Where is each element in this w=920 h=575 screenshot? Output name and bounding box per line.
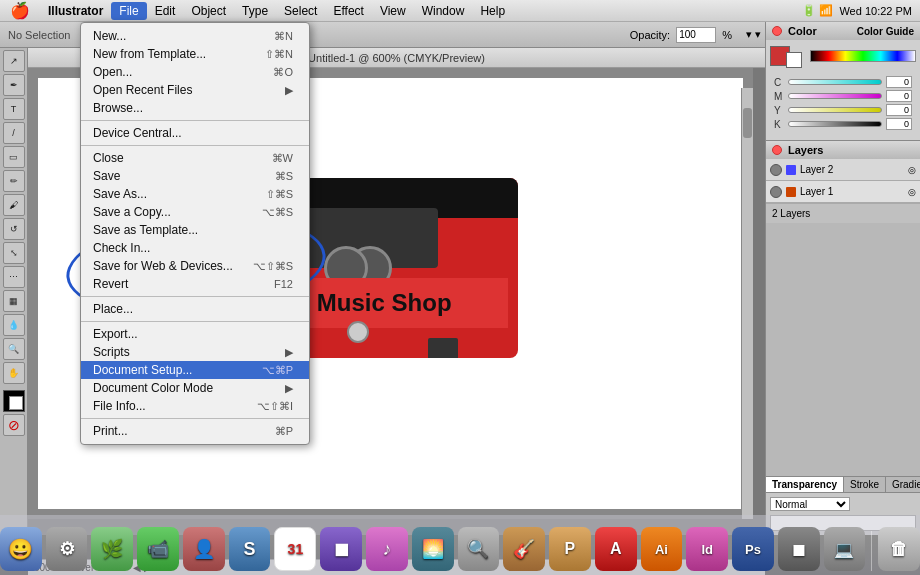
menu-open[interactable]: Open... ⌘O [81,63,309,81]
dock-dashboard[interactable]: ◼ [320,527,362,571]
dock-indesign[interactable]: Id [686,527,728,571]
menu-item-window[interactable]: Window [414,2,473,20]
layer-1-target[interactable]: ◎ [908,187,916,197]
menu-check-in[interactable]: Check In... [81,239,309,257]
menu-new[interactable]: New... ⌘N [81,27,309,45]
rotate-tool[interactable]: ↺ [3,218,25,240]
separator-4 [81,321,309,322]
dock-misc2[interactable]: 💻 [824,527,866,571]
rect-tool[interactable]: ▭ [3,146,25,168]
dock-trash[interactable]: 🗑 [878,527,920,571]
menu-item-file[interactable]: File [111,2,146,20]
transparency-mode-select[interactable]: Normal Multiply Screen [770,497,850,511]
canvas-scrollbar-thumb[interactable] [743,108,752,138]
cyan-input[interactable]: 0 [886,76,912,88]
dock-address-book[interactable]: 👤 [183,527,225,571]
dock-guitar[interactable]: 🎸 [503,527,545,571]
dock-misc1[interactable]: ◼ [778,527,820,571]
menu-save-web[interactable]: Save for Web & Devices... ⌥⇧⌘S [81,257,309,275]
menu-item-effect[interactable]: Effect [325,2,371,20]
dock-system-prefs[interactable]: ⚙ [46,527,88,571]
cyan-slider[interactable] [788,79,882,85]
menu-save-as[interactable]: Save As... ⇧⌘S [81,185,309,203]
magenta-slider[interactable] [788,93,882,99]
dock-photos2[interactable]: 🌅 [412,527,454,571]
zoom-tool[interactable]: 🔍 [3,338,25,360]
eyedropper-tool[interactable]: 💧 [3,314,25,336]
pencil-tool[interactable]: ✏ [3,170,25,192]
color-spectrum[interactable] [810,50,916,62]
layer-row-1[interactable]: Layer 1 ◎ [766,181,920,203]
menu-save-template[interactable]: Save as Template... [81,221,309,239]
gradient-tool[interactable]: ▦ [3,290,25,312]
dock-acrobat[interactable]: A [595,527,637,571]
tab-transparency[interactable]: Transparency [766,477,844,492]
dock-photoshop[interactable]: Ps [732,527,774,571]
dock-facetime[interactable]: 📹 [137,527,179,571]
none-color[interactable]: ⊘ [3,414,25,436]
dock-finder[interactable]: 😀 [0,527,42,571]
tab-gradient[interactable]: Gradient [886,477,920,492]
menu-open-recent[interactable]: Open Recent Files ▶ [81,81,309,99]
canvas-title: Untitled-1 @ 600% (CMYK/Preview) [308,52,485,64]
menu-item-help[interactable]: Help [472,2,513,20]
background-swatch[interactable] [786,52,802,68]
apple-menu[interactable]: 🍎 [0,1,40,20]
type-tool[interactable]: T [3,98,25,120]
line-tool[interactable]: / [3,122,25,144]
yellow-slider[interactable] [788,107,882,113]
dock-photos[interactable]: 🌿 [91,527,133,571]
layers-panel-header[interactable]: Layers [766,141,920,159]
menu-document-color-mode[interactable]: Document Color Mode ▶ [81,379,309,397]
canvas-scrollbar-right[interactable] [741,88,753,519]
menu-item-edit[interactable]: Edit [147,2,184,20]
tab-stroke[interactable]: Stroke [844,477,886,492]
layers-panel-close[interactable] [772,145,782,155]
menu-save[interactable]: Save ⌘S [81,167,309,185]
menu-browse[interactable]: Browse... [81,99,309,117]
menu-item-illustrator[interactable]: Illustrator [40,2,111,20]
direct-selection-tool[interactable]: ↗ [3,50,25,72]
menu-file-info[interactable]: File Info... ⌥⇧⌘I [81,397,309,415]
menu-close[interactable]: Close ⌘W [81,149,309,167]
stroke-color[interactable] [9,396,23,410]
layers-count: 2 Layers [766,203,920,223]
layer-2-eye[interactable] [770,164,782,176]
pen-tool[interactable]: ✒ [3,74,25,96]
color-panel-close[interactable] [772,26,782,36]
dock-spotlight[interactable]: 🔍 [458,527,500,571]
magenta-input[interactable]: 0 [886,90,912,102]
blend-tool[interactable]: ⋯ [3,266,25,288]
menu-document-setup[interactable]: Document Setup... ⌥⌘P [81,361,309,379]
dock-illustrator[interactable]: Ai [641,527,683,571]
key-slider[interactable] [788,121,882,127]
fill-color[interactable] [3,390,25,412]
color-guide-title[interactable]: Color Guide [857,26,914,37]
menu-scripts[interactable]: Scripts ▶ [81,343,309,361]
menu-place[interactable]: Place... [81,300,309,318]
menu-item-select[interactable]: Select [276,2,325,20]
brush-tool[interactable]: 🖌 [3,194,25,216]
opacity-input[interactable] [676,27,716,43]
menu-new-template[interactable]: New from Template... ⇧⌘N [81,45,309,63]
layer-row-2[interactable]: Layer 2 ◎ [766,159,920,181]
menu-print[interactable]: Print... ⌘P [81,422,309,440]
dock-safari[interactable]: S [229,527,271,571]
menu-device-central[interactable]: Device Central... [81,124,309,142]
hand-tool[interactable]: ✋ [3,362,25,384]
dock-itunes[interactable]: ♪ [366,527,408,571]
menu-export[interactable]: Export... [81,325,309,343]
scale-tool[interactable]: ⤡ [3,242,25,264]
dock-calendar[interactable]: 31 [274,527,316,571]
menu-item-object[interactable]: Object [183,2,234,20]
yellow-input[interactable]: 0 [886,104,912,116]
menu-revert[interactable]: Revert F12 [81,275,309,293]
menu-item-type[interactable]: Type [234,2,276,20]
dock-preview[interactable]: P [549,527,591,571]
layer-2-target[interactable]: ◎ [908,165,916,175]
color-panel-header[interactable]: Color Color Guide [766,22,920,40]
menu-item-view[interactable]: View [372,2,414,20]
layer-1-eye[interactable] [770,186,782,198]
key-input[interactable]: 0 [886,118,912,130]
menu-save-copy[interactable]: Save a Copy... ⌥⌘S [81,203,309,221]
